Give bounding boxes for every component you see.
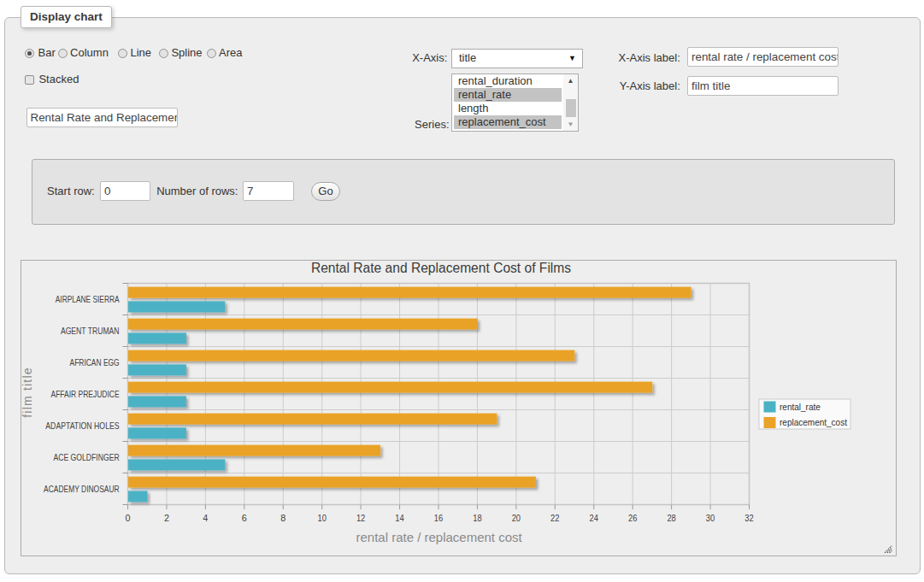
svg-text:ACE GOLDFINGER: ACE GOLDFINGER bbox=[54, 453, 121, 462]
svg-text:24: 24 bbox=[590, 513, 598, 523]
svg-text:ACADEMY DINOSAUR: ACADEMY DINOSAUR bbox=[44, 485, 120, 494]
svg-text:16: 16 bbox=[434, 513, 443, 523]
svg-text:rental_rate: rental_rate bbox=[780, 403, 821, 412]
svg-text:30: 30 bbox=[706, 513, 715, 523]
svg-text:32: 32 bbox=[744, 513, 753, 523]
svg-text:AFRICAN EGG: AFRICAN EGG bbox=[70, 358, 120, 367]
svg-text:film title: film title bbox=[21, 367, 34, 417]
svg-text:18: 18 bbox=[473, 513, 481, 523]
svg-text:AGENT TRUMAN: AGENT TRUMAN bbox=[61, 326, 120, 336]
svg-text:28: 28 bbox=[667, 513, 675, 523]
svg-text:ADAPTATION HOLES: ADAPTATION HOLES bbox=[45, 421, 119, 431]
svg-text:0: 0 bbox=[125, 513, 130, 523]
svg-text:AFFAIR PREJUDICE: AFFAIR PREJUDICE bbox=[51, 390, 120, 399]
svg-text:6: 6 bbox=[242, 513, 247, 523]
svg-text:2: 2 bbox=[164, 513, 169, 523]
svg-text:12: 12 bbox=[356, 513, 365, 523]
svg-text:22: 22 bbox=[550, 513, 559, 523]
svg-text:replacement_cost: replacement_cost bbox=[780, 418, 847, 427]
svg-text:10: 10 bbox=[317, 513, 326, 523]
svg-text:14: 14 bbox=[395, 513, 403, 523]
svg-text:Rental Rate and Replacement Co: Rental Rate and Replacement Cost of Film… bbox=[311, 261, 571, 275]
svg-text:26: 26 bbox=[628, 513, 637, 523]
svg-text:20: 20 bbox=[512, 513, 521, 523]
svg-text:AIRPLANE SIERRA: AIRPLANE SIERRA bbox=[56, 295, 120, 304]
svg-text:4: 4 bbox=[203, 513, 208, 523]
svg-text:rental rate / replacement cost: rental rate / replacement cost bbox=[356, 530, 522, 544]
svg-text:8: 8 bbox=[280, 513, 285, 523]
